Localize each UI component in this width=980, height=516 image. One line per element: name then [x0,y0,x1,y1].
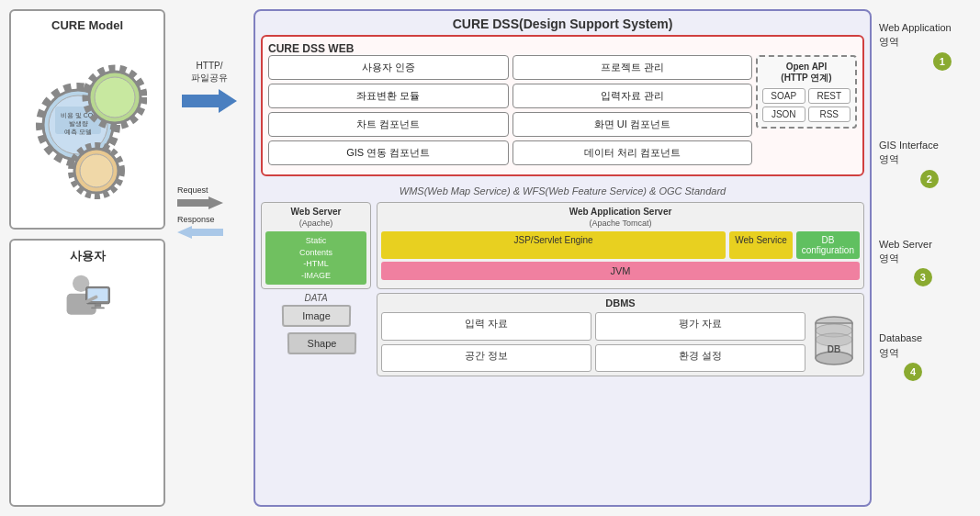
right-label-4-text: Database영역 [879,331,922,360]
left-column: CURE Model 비용 및 CO₂ 발생량 예측 모델 [9,9,165,507]
svg-point-12 [80,154,113,187]
svg-text:예측 모델: 예측 모델 [64,129,92,136]
comp-ui: 화면 UI 컴포넌트 [513,112,753,137]
cure-model-title: CURE Model [51,18,123,32]
svg-point-9 [95,77,135,118]
static-contents-box: Static Contents -HTML -IMAGE [265,231,366,285]
comp-data-process: 데이터 처리 컴포넌트 [513,140,753,165]
comp-chart: 차트 컴포넌트 [268,112,509,137]
bottom-section: DATA Image Shape DBMS 입력 자료 평가 자료 공간 정보 … [261,293,864,376]
right-label-3-text: Web Server영역 [879,238,932,266]
dbms-spatial: 공간 정보 [381,344,591,373]
open-api-box: Open API (HTTP 연계) SOAP REST JSON RSS [756,55,857,129]
badge-1: 1 [933,52,952,71]
right-labels: Web Application영역 1 GIS Interface영역 2 We… [879,9,971,507]
user-svg [62,267,113,336]
svg-text:DB: DB [828,344,840,354]
user-title: 사용자 [70,248,106,264]
shape-box: Shape [287,332,355,354]
comp-coord-transform: 좌표변환 모듈 [268,84,509,108]
user-box: 사용자 [9,239,165,507]
comp-user-auth: 사용자 인증 [268,55,509,80]
wms-label: WMS(Web Map Service) & WFS(Web Feature S… [261,184,864,198]
api-btn-soap: SOAP [762,88,805,104]
image-box: Image [281,305,350,327]
main-container: CURE Model 비용 및 CO₂ 발생량 예측 모델 [0,0,980,516]
open-api-title: Open API (HTTP 연계) [762,62,850,84]
dbms-eval: 평가 자료 [595,312,805,341]
gear-visual: 비용 및 CO₂ 발생량 예측 모델 [28,38,147,220]
dbms-env: 환경 설정 [595,344,805,373]
data-label: DATA [304,293,327,303]
db-cylinder-icon: DB [809,312,860,372]
data-section: DATA Image Shape [261,293,371,376]
web-server-sublabel: (Apache) [265,219,366,228]
api-buttons: SOAP REST JSON RSS [762,88,850,122]
db-config-box: DB configuration [796,231,860,259]
request-label: Request [177,185,208,195]
jvm-box: JVM [381,262,860,280]
badge-3: 3 [914,268,932,286]
web-server-box: Web Server (Apache) Static Contents -HTM… [261,202,371,289]
svg-rect-17 [94,304,100,308]
webservice-box: Web Service [729,231,793,259]
app-server-box: Web Application Server (Apache Tomcat) J… [377,202,864,289]
web-server-label: Web Server [265,207,366,217]
dbms-section: DBMS 입력 자료 평가 자료 공간 정보 환경 설정 [377,293,864,376]
cure-model-box: CURE Model 비용 및 CO₂ 발생량 예측 모델 [9,9,165,230]
dbms-title: DBMS [381,297,860,308]
badge-4: 4 [904,363,922,381]
svg-text:발생량: 발생량 [69,120,88,127]
user-icon [62,272,113,331]
app-server-sublabel: (Apache Tomcat) [381,219,860,228]
dss-main-box: CURE DSS(Design Support System) CURE DSS… [253,9,872,507]
mid-arrow-area: HTTP/ 파일공유 Request Response [173,9,246,507]
badge-2: 2 [920,170,939,188]
comp-input-mgmt: 입력자료 관리 [513,84,753,108]
svg-marker-21 [177,196,223,209]
svg-rect-18 [91,307,105,308]
dss-title: CURE DSS(Design Support System) [261,17,864,31]
api-btn-rss: RSS [808,107,851,122]
right-label-3: Web Server영역 3 [879,238,971,287]
app-server-inner: JSP/Servlet Engine Web Service DB config… [381,231,860,259]
http-label: HTTP/ 파일공유 [191,60,228,84]
small-right-arrow-icon [177,196,223,209]
dbms-input: 입력 자료 [381,312,591,341]
dss-web-section: CURE DSS WEB 사용자 인증 프로젝트 관리 좌표변환 모듈 입력자료… [261,35,864,176]
web-left-grid: 사용자 인증 프로젝트 관리 좌표변환 모듈 입력자료 관리 차트 컴포넌트 화… [268,55,752,165]
response-label: Response [177,215,215,224]
server-section: Web Server (Apache) Static Contents -HTM… [261,202,864,289]
comp-gis: GIS 연동 컴포넌트 [268,140,509,165]
dbms-grid: 입력 자료 평가 자료 공간 정보 환경 설정 [381,312,805,372]
dss-web-title: CURE DSS WEB [268,42,354,55]
right-arrow-icon [182,89,237,113]
svg-marker-22 [177,226,223,239]
small-left-arrow-icon [177,226,223,239]
right-label-1: Web Application영역 1 [879,21,971,71]
api-btn-json: JSON [762,107,805,122]
svg-marker-20 [182,89,237,113]
right-label-2-text: GIS Interface영역 [879,139,939,167]
right-label-1-text: Web Application영역 [879,21,952,50]
gears-svg: 비용 및 CO₂ 발생량 예측 모델 [28,56,147,203]
api-btn-rest: REST [808,88,851,104]
web-components-row: 사용자 인증 프로젝트 관리 좌표변환 모듈 입력자료 관리 차트 컴포넌트 화… [268,55,857,165]
right-label-2: GIS Interface영역 2 [879,139,971,188]
app-server-label: Web Application Server [381,207,860,217]
comp-project-mgmt: 프로젝트 관리 [513,55,753,80]
right-label-4: Database영역 4 [879,331,971,381]
db-cylinder-area: DB [809,312,860,372]
jsp-box: JSP/Servlet Engine [381,231,726,259]
